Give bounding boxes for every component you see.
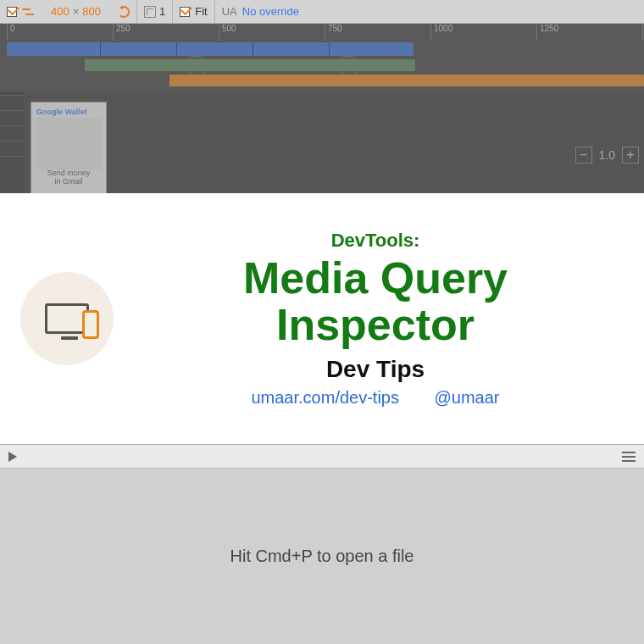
device-toggle[interactable] [0, 0, 41, 23]
ruler-tick: 250 [113, 24, 130, 41]
dpr-value[interactable]: 1 [159, 5, 165, 18]
page-preview-thumbnail[interactable]: Google Wallet Sign in Send money in Gmai… [31, 102, 107, 195]
title-banner: DevTools: Media Query Inspector Dev Tips… [0, 193, 644, 444]
media-query-bars[interactable] [0, 41, 644, 92]
dpr-icon [144, 6, 156, 18]
refresh-button[interactable] [111, 0, 136, 23]
ruler-tick: 1000 [430, 24, 452, 41]
banner-link-site[interactable]: umaar.com/dev-tips [251, 388, 399, 407]
mq-bar-range[interactable] [85, 59, 415, 71]
preview-hero-image [36, 118, 101, 170]
ua-label: UA [222, 5, 242, 18]
mq-bar-min-width[interactable] [169, 75, 644, 86]
refresh-icon [118, 6, 130, 18]
zoom-in-button[interactable]: + [622, 147, 639, 164]
banner-title-line2: Inspector [127, 302, 624, 348]
dpr-control[interactable]: 1 [137, 0, 172, 23]
panel-menu-icon[interactable] [622, 452, 636, 462]
swap-dimensions-icon[interactable] [22, 6, 34, 18]
resume-icon[interactable] [8, 452, 17, 462]
ruler-tick: 500 [219, 24, 236, 41]
ua-value[interactable]: No override [242, 5, 299, 18]
banner-link-handle[interactable]: @umaar [435, 388, 500, 407]
open-file-hint: Hit Cmd+P to open a file [230, 547, 414, 566]
sources-toolbar [0, 445, 644, 469]
viewport-dimensions[interactable]: 400 × 800 [41, 0, 111, 23]
media-query-panel: 0 250 500 750 1000 1250 1500 [0, 24, 644, 92]
ruler-tick: 0 [7, 24, 15, 41]
fit-label: Fit [195, 5, 207, 18]
fit-control[interactable]: Fit [173, 0, 214, 23]
mq-bar-max-width[interactable] [7, 42, 414, 56]
preview-caption: Send money [31, 169, 106, 177]
dimension-separator: × [73, 5, 80, 18]
ua-override[interactable]: UA No override [215, 0, 306, 23]
device-mode-checkbox[interactable] [7, 7, 17, 17]
ruler-tick: 1250 [536, 24, 558, 41]
viewport-height[interactable]: 800 [79, 5, 104, 18]
zoom-out-button[interactable]: − [575, 147, 592, 164]
preview-brand: Google Wallet [36, 108, 101, 116]
fit-checkbox[interactable] [180, 7, 190, 17]
devices-icon [20, 272, 114, 365]
zoom-value: 1.0 [599, 148, 615, 162]
preview-caption: in Gmail [31, 177, 106, 186]
banner-subtitle: Dev Tips [127, 356, 624, 383]
banner-title-line1: Media Query [127, 255, 624, 302]
ruler-tick: 750 [325, 24, 342, 41]
device-toolbar: 400 × 800 1 Fit UA No override [0, 0, 644, 24]
zoom-control: − 1.0 + [575, 147, 639, 164]
sources-panel: Hit Cmd+P to open a file [0, 444, 644, 644]
width-ruler[interactable]: 0 250 500 750 1000 1250 1500 [0, 24, 644, 41]
phone-icon [82, 310, 99, 339]
viewport-width[interactable]: 400 [47, 5, 73, 18]
banner-kicker: DevTools: [127, 230, 624, 252]
